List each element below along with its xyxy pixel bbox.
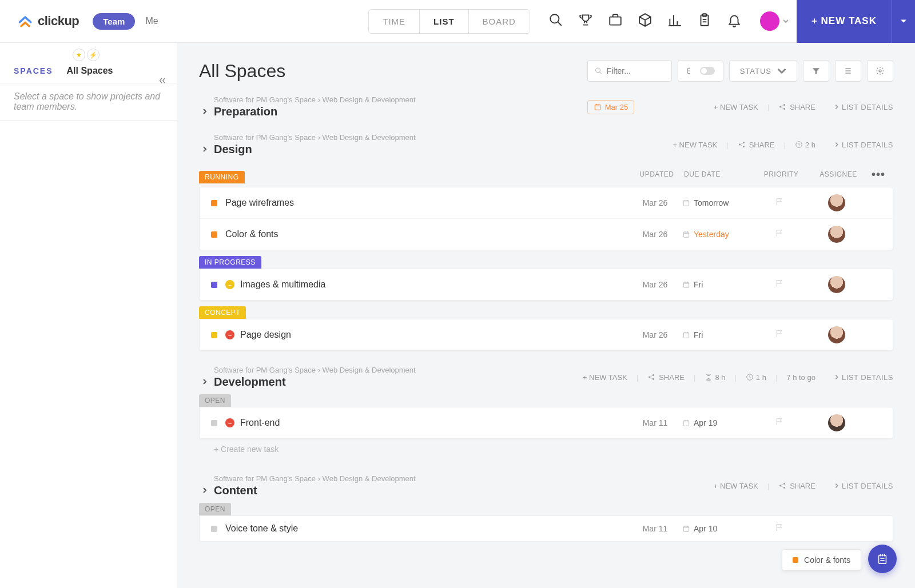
assignee-avatar[interactable] [828, 226, 845, 243]
task-row[interactable]: Page wireframes Mar 26 Tomorrow [200, 187, 893, 219]
logo[interactable]: clickup [0, 13, 79, 29]
section-new-task[interactable]: + NEW TASK [673, 141, 717, 149]
subtasks-toggle[interactable] [678, 60, 723, 82]
task-assignee[interactable] [808, 276, 865, 293]
task-priority[interactable] [751, 523, 808, 534]
bell-icon[interactable] [727, 13, 742, 30]
task-row[interactable]: Color & fonts Mar 26 Yesterday [200, 219, 893, 250]
task-name[interactable]: Voice tone & style [225, 523, 628, 534]
status-pill[interactable]: IN PROGRESS [199, 256, 261, 269]
task-assignee[interactable] [808, 326, 865, 343]
section-new-task[interactable]: + NEW TASK [714, 103, 758, 111]
assignee-avatar[interactable] [828, 326, 845, 343]
collapse-sidebar-icon[interactable] [157, 75, 168, 88]
trophy-icon[interactable] [578, 13, 593, 30]
task-priority[interactable] [751, 279, 808, 290]
collapse-section-icon[interactable] [201, 486, 208, 496]
box-icon[interactable] [638, 13, 653, 30]
view-board[interactable]: BOARD [469, 10, 530, 33]
task-name[interactable]: Page wireframes [225, 198, 628, 208]
task-name[interactable]: Images & multimedia [240, 279, 628, 290]
assignee-avatar[interactable] [828, 194, 845, 211]
star-badge-icon[interactable]: ★ [73, 49, 85, 61]
task-group: – Images & multimedia Mar 26 Fri [199, 269, 893, 301]
user-menu[interactable] [752, 11, 797, 31]
collapse-section-icon[interactable] [201, 107, 208, 117]
search-icon[interactable] [548, 13, 563, 30]
section-new-task[interactable]: + NEW TASK [583, 373, 627, 382]
list-details-link[interactable]: LIST DETAILS [834, 103, 893, 111]
section-share[interactable]: SHARE [778, 482, 815, 490]
list-details-link[interactable]: LIST DETAILS [834, 373, 893, 382]
section-share[interactable]: SHARE [647, 373, 685, 382]
status-pill[interactable]: CONCEPT [199, 306, 246, 319]
filter-input-wrap[interactable] [587, 60, 672, 82]
sidebar-tab-allspaces[interactable]: All Spaces [67, 66, 113, 76]
task-due[interactable]: Yesterday [682, 230, 751, 239]
task-assignee[interactable] [808, 226, 865, 243]
section-title[interactable]: Content [214, 484, 416, 497]
task-name[interactable]: Color & fonts [225, 229, 628, 239]
columns-button[interactable] [835, 60, 861, 82]
collapse-section-icon[interactable] [201, 145, 208, 155]
section-title[interactable]: Development [214, 375, 416, 389]
task-due[interactable]: Fri [682, 280, 751, 289]
section-title[interactable]: Preparation [214, 105, 416, 118]
more-columns-icon[interactable]: ••• [867, 168, 890, 181]
task-priority-badge: – [225, 280, 234, 289]
clipboard-icon[interactable] [697, 13, 712, 30]
task-row[interactable]: – Page design Mar 26 Fri [200, 319, 893, 350]
status-dropdown[interactable]: STATUS [729, 60, 797, 82]
list-details-link[interactable]: LIST DETAILS [834, 482, 893, 490]
assignee-avatar[interactable] [828, 414, 845, 431]
task-name[interactable]: Front-end [240, 418, 628, 428]
section-title[interactable]: Design [214, 143, 416, 156]
task-due[interactable]: Apr 10 [682, 524, 751, 533]
sidebar-tab-spaces[interactable]: SPACES [14, 66, 53, 75]
task-assignee[interactable] [808, 414, 865, 431]
task-row[interactable]: Voice tone & style Mar 11 Apr 10 [200, 516, 893, 541]
breadcrumb[interactable]: Software for PM Gang's Space › Web Desig… [214, 366, 416, 374]
assignee-avatar[interactable] [828, 276, 845, 293]
settings-button[interactable] [867, 60, 893, 82]
status-pill[interactable]: RUNNING [199, 171, 245, 183]
svg-point-27 [743, 142, 745, 143]
filter-button[interactable] [803, 60, 829, 82]
task-assignee[interactable] [808, 194, 865, 211]
breadcrumb[interactable]: Software for PM Gang's Space › Web Desig… [214, 474, 416, 483]
task-priority[interactable] [751, 229, 808, 240]
breadcrumb[interactable]: Software for PM Gang's Space › Web Desig… [214, 95, 416, 104]
status-pill[interactable]: OPEN [199, 503, 231, 515]
create-task-link[interactable]: + Create new task [199, 439, 893, 459]
filter-input[interactable] [607, 66, 665, 75]
task-name[interactable]: Page design [240, 330, 628, 340]
task-row[interactable]: – Images & multimedia Mar 26 Fri [200, 269, 893, 300]
team-tab[interactable]: Team [93, 13, 135, 30]
list-details-link[interactable]: LIST DETAILS [834, 141, 893, 149]
section-new-task[interactable]: + NEW TASK [714, 482, 758, 490]
new-task-button[interactable]: + NEW TASK [797, 0, 892, 43]
breadcrumb[interactable]: Software for PM Gang's Space › Web Desig… [214, 133, 416, 142]
view-list[interactable]: LIST [420, 10, 469, 33]
notepad-fab[interactable] [868, 545, 897, 573]
task-due[interactable]: Fri [682, 330, 751, 339]
collapse-section-icon[interactable] [201, 377, 208, 387]
task-due[interactable]: Apr 19 [682, 418, 751, 427]
task-priority[interactable] [751, 417, 808, 429]
task-due[interactable]: Tomorrow [682, 198, 751, 207]
reports-icon[interactable] [667, 13, 682, 30]
svg-point-50 [653, 378, 654, 380]
task-row[interactable]: – Front-end Mar 11 Apr 19 [200, 407, 893, 438]
task-priority[interactable] [751, 329, 808, 341]
minimized-task-card[interactable]: Color & fonts [782, 549, 861, 571]
section-share[interactable]: SHARE [738, 141, 775, 149]
me-tab[interactable]: Me [145, 16, 158, 26]
view-time[interactable]: TIME [369, 10, 420, 33]
status-pill[interactable]: OPEN [199, 394, 231, 407]
bolt-badge-icon[interactable]: ⚡ [87, 49, 100, 61]
new-task-dropdown[interactable] [892, 0, 915, 43]
section-date-pill[interactable]: Mar 25 [587, 100, 634, 114]
briefcase-icon[interactable] [608, 13, 623, 30]
section-share[interactable]: SHARE [778, 103, 815, 111]
task-priority[interactable] [751, 197, 808, 209]
